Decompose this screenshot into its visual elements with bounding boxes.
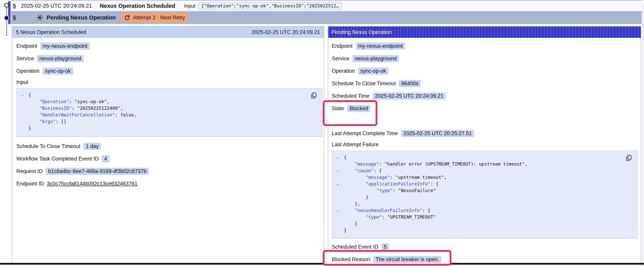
json-line: ⌄"cause": { <box>332 167 637 174</box>
event-id-link[interactable]: 5 <box>13 3 16 9</box>
field-label: Schedule To Close Timeout <box>332 81 396 87</box>
field-value-badge: sync-op-ok <box>43 68 73 75</box>
field-value-badge: sync-op-ok <box>358 68 388 75</box>
field-row-operation: Operationsync-op-ok <box>332 67 637 75</box>
field-row-schedule-to-close-timeout: Schedule To Close Timeout86400s <box>332 79 637 88</box>
input-json-viewer: ⌄{"Operation": "sync-op-ok","BusinessID"… <box>16 88 322 137</box>
json-line: "BusinessID": "20250225122409", <box>17 105 322 112</box>
json-line: ⌄"nexusHandlerFailureInfo": { <box>332 207 637 214</box>
field-label: Workflow Task Completed Event ID <box>16 156 99 162</box>
json-text: : { <box>374 168 382 173</box>
field-value-badge: 4 <box>102 155 109 162</box>
json-line: "message": "upstream timeout", <box>332 174 637 181</box>
json-key: "type" <box>376 188 393 193</box>
json-key: "message" <box>355 161 379 167</box>
json-text: : "20250225122409", <box>72 106 123 111</box>
json-text: } <box>366 195 368 200</box>
collapse-chevron-icon[interactable]: ⌄ <box>335 181 340 187</box>
timeline-dashed-connector <box>6 8 7 36</box>
field-row-scheduled-time: Scheduled Time2025-02-25 UTC 20:24:09.21 <box>332 92 637 100</box>
event-detail-panel: 5 Nexus Operation Scheduled 2025-02-25 U… <box>12 26 324 263</box>
retry-attempt-badge: Attempt 2 · Next Retry <box>121 13 188 22</box>
field-label: Endpoint <box>16 43 37 49</box>
field-label: Service <box>16 56 34 62</box>
scrollbar-gutter[interactable] <box>642 0 644 266</box>
field-value-badge: Blocked <box>347 105 370 112</box>
json-line: "HandlerWaitForCancellation": false, <box>17 112 322 118</box>
temporal-event-history-page: 5 2025-02-25 UTC 20:24:09.21 Nexus Opera… <box>0 0 644 266</box>
json-text: : [] <box>56 119 66 124</box>
event-input-label: Input <box>184 3 196 9</box>
json-text: : "NexusFailure" <box>393 188 436 193</box>
retry-icon <box>124 15 130 21</box>
event-input-preview-chip[interactable]: {"Operation":"sync-op-ok","BusinessID":"… <box>198 2 342 10</box>
field-value-badge: my-nexus-endpoint <box>356 43 405 50</box>
pending-operation-panel: Pending Nexus Operation Endpointmy-nexus… <box>328 26 641 266</box>
json-line: "type": "UPSTREAM_TIMEOUT" <box>332 214 637 220</box>
field-label: Last Attempt Complete Time <box>332 130 398 137</box>
field-row-endpoint: Endpointmy-nexus-endpoint <box>332 42 637 50</box>
field-label: Endpoint <box>332 43 352 49</box>
json-key: "BusinessID" <box>39 106 72 111</box>
field-value-badge: nexus-playground <box>352 55 399 62</box>
json-line: "message": "handler error (UPSTREAM_TIME… <box>332 161 637 167</box>
json-line: } <box>332 227 637 234</box>
field-label: Endpoint ID <box>16 181 44 187</box>
field-label: Operation <box>332 68 355 74</box>
json-text: } <box>28 126 31 131</box>
json-text: : { <box>430 181 438 186</box>
json-text: : false, <box>115 112 137 117</box>
panel-title: 5 Nexus Operation Scheduled <box>16 29 86 35</box>
json-text: : "handler error (UPSTREAM_TIMEOUT): ups… <box>379 161 528 167</box>
field-label: Scheduled Event ID <box>332 244 378 250</box>
pending-operation-panel-header: Pending Nexus Operation <box>328 27 641 38</box>
json-key: "Operation" <box>39 99 69 104</box>
field-row-request-id: Request IDb1c6a4bc-8ee7-468a-9169-df3b02… <box>16 167 322 175</box>
event-row-pending-nexus-operation[interactable]: 5 Pending Nexus Operation Attempt 2 · Ne… <box>11 11 643 24</box>
event-id-link[interactable]: 5 <box>13 15 16 21</box>
json-key: "type" <box>366 214 382 220</box>
field-value-badge: b1c6a4bc-8ee7-468a-9169-df3b02c8737b <box>46 168 149 175</box>
pending-event-title: Pending Nexus Operation <box>47 15 116 21</box>
json-text: { <box>28 92 31 98</box>
field-row-attempt: Attempt2 <box>332 117 637 125</box>
collapse-chevron-icon[interactable]: ⌄ <box>335 167 340 174</box>
json-text: { <box>344 155 346 160</box>
panel-timestamp: 2025-02-25 UTC 20:24:09.21 <box>252 29 320 35</box>
json-line: ⌄{ <box>332 154 637 161</box>
field-row-service: Servicenexus-playground <box>16 54 322 63</box>
collapse-chevron-icon[interactable]: ⌄ <box>20 92 25 98</box>
input-section-label: Input <box>16 79 322 86</box>
json-line: "Operation": "sync-op-ok", <box>17 98 322 105</box>
event-title: Nexus Operation Scheduled <box>100 3 175 9</box>
field-value-badge: 1 day <box>84 143 101 150</box>
event-row-nexus-operation-scheduled[interactable]: 5 2025-02-25 UTC 20:24:09.21 Nexus Opera… <box>11 1 643 11</box>
json-line: "type": "NexusFailure" <box>332 187 637 194</box>
json-key: "HandlerWaitForCancellation" <box>39 112 115 117</box>
field-row-last-attempt-complete-time: Last Attempt Complete Time2025-02-25 UTC… <box>332 129 637 138</box>
last-attempt-failure-label: Last Attempt Failure <box>332 142 637 148</box>
field-value-link[interactable]: 3c0c75ccfa8144b092c13ce632463761 <box>47 181 138 187</box>
field-label: Request ID <box>16 168 43 174</box>
timeline-node-icon[interactable] <box>4 3 9 8</box>
event-timestamp: 2025-02-25 UTC 20:24:09.21 <box>21 3 92 9</box>
field-row-endpoint: Endpointmy-nexus-endpoint <box>16 42 322 50</box>
json-text: : { <box>422 208 430 213</box>
field-label: Schedule To Close Timeout <box>16 143 80 149</box>
timeline-current-node-icon[interactable] <box>4 15 9 21</box>
json-key: "message" <box>366 175 390 180</box>
json-text: : "upstream timeout", <box>390 175 447 180</box>
json-line: } <box>332 194 637 200</box>
field-value-badge: The circuit breaker is open. <box>373 256 442 263</box>
failure-json-viewer: ⌄{"message": "handler error (UPSTREAM_TI… <box>332 151 637 238</box>
json-key: "cause" <box>355 168 374 173</box>
field-row-service: Servicenexus-playground <box>332 54 637 63</box>
json-key: "applicationFailureInfo" <box>366 181 430 186</box>
json-key: "nexusHandlerFailureInfo" <box>355 208 422 213</box>
field-value-badge: nexus-playground <box>37 55 84 62</box>
collapse-chevron-icon[interactable]: ⌄ <box>335 154 340 161</box>
collapse-chevron-icon[interactable]: ⌄ <box>335 207 340 214</box>
json-text: : "sync-op-ok", <box>69 99 110 104</box>
field-row-schedule-to-close-timeout: Schedule To Close Timeout1 day <box>16 142 322 151</box>
json-text: } <box>344 228 346 233</box>
